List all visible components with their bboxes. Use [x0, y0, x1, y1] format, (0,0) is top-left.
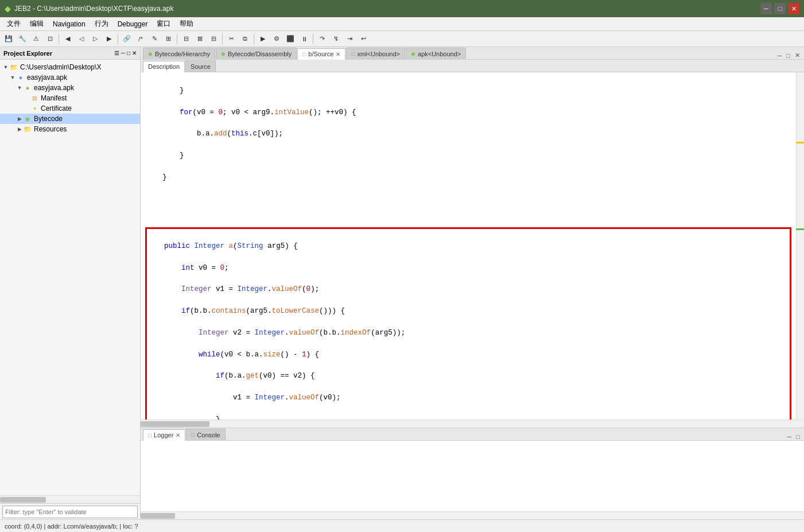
- menu-window[interactable]: 窗口: [152, 18, 175, 30]
- tree-item-bytecode[interactable]: ▶ ◉ Bytecode: [0, 114, 140, 124]
- tabs-left: ◆ Bytecode/Hierarchy ◆ Bytecode/Disassem…: [143, 48, 466, 59]
- tab-source-sub[interactable]: Source: [185, 60, 216, 72]
- title-bar-controls: ─ □ ✕: [760, 3, 799, 14]
- tree-item-apk2[interactable]: ▼ ● easyjava.apk: [0, 83, 140, 93]
- resources-icon: 📁: [23, 125, 32, 134]
- toolbar-btn-stop[interactable]: ⬛: [284, 33, 297, 45]
- code-scroll[interactable]: } for(v0 = 0; v0 < arg9.intValue(); ++v0…: [141, 72, 796, 420]
- close-button[interactable]: ✕: [788, 3, 799, 14]
- toolbar-btn-tool[interactable]: 🔧: [16, 33, 29, 45]
- toolbar-btn-back2[interactable]: ◁: [75, 33, 88, 45]
- tree-item-root[interactable]: ▼ 📁 C:\Users\admin\Desktop\X: [0, 62, 140, 72]
- tab-xml[interactable]: □ xml<Unbound>: [346, 48, 405, 59]
- code-line: Integer v1 = Integer.valueOf(0);: [147, 284, 790, 295]
- toolbar-btn-fwd2[interactable]: ▶: [103, 33, 115, 45]
- menu-file[interactable]: 文件: [2, 18, 25, 30]
- hscroll-thumb[interactable]: [141, 421, 209, 427]
- toolbar-btn-step4[interactable]: ↩: [357, 33, 370, 45]
- code-line: public Integer a(String arg5) {: [147, 241, 790, 252]
- status-text: coord: (0,4,0) | addr: Lcom/a/easyjava/b…: [5, 523, 138, 530]
- code-line: }: [147, 414, 790, 420]
- menu-debugger[interactable]: Debugger: [113, 19, 153, 29]
- tree-item-manifest[interactable]: ⊠ Manifest: [0, 93, 140, 103]
- toolbar-btn-copy[interactable]: ⧉: [239, 33, 251, 45]
- bottom-tab-console[interactable]: □ Console: [186, 429, 225, 440]
- logger-close[interactable]: ✕: [176, 432, 180, 438]
- sidebar-max-btn[interactable]: □: [127, 50, 130, 56]
- code-line: if(b.a.get(v0) == v2) {: [147, 371, 790, 382]
- code-line: }: [145, 86, 791, 96]
- code-line: [145, 194, 791, 205]
- toolbar-btn-comment[interactable]: /*: [134, 33, 147, 45]
- tab-label: b/Source: [308, 51, 333, 57]
- tab-bytecode-disassembly[interactable]: ◆ Bytecode/Disassembly: [216, 48, 297, 59]
- tree-item-cert[interactable]: ✦ Certificate: [0, 103, 140, 114]
- toolbar-btn-split[interactable]: ⊟: [207, 33, 220, 45]
- toolbar-btn-save[interactable]: 💾: [2, 33, 15, 45]
- tree-item-resources[interactable]: ▶ 📁 Resources: [0, 124, 140, 134]
- toolbar-btn-link[interactable]: 🔗: [121, 33, 133, 45]
- tree-item-apk1[interactable]: ▼ ● easyjava.apk: [0, 72, 140, 83]
- sidebar-hscroll-thumb[interactable]: [0, 497, 46, 503]
- main-layout: Project Explorer ☰ ─ □ ✕ ▼ 📁 C:\Users\ad…: [0, 47, 804, 519]
- toolbar-btn-table[interactable]: ⊟: [180, 33, 192, 45]
- tabs-ctrl-close[interactable]: ✕: [793, 52, 802, 59]
- console-label: Console: [197, 432, 220, 438]
- toolbar-btn-cols[interactable]: ⊠: [193, 33, 206, 45]
- tree-label: Bytecode: [34, 115, 63, 123]
- tab-apk[interactable]: ◆ apk<Unbound>: [406, 48, 466, 59]
- bottom-ctrl-min[interactable]: ─: [786, 433, 794, 440]
- tree-label: easyjava.apk: [27, 73, 67, 81]
- bottom-hscroll[interactable]: [141, 511, 804, 519]
- tabs-ctrl-min[interactable]: ─: [776, 52, 784, 59]
- tab-close-source[interactable]: ✕: [336, 51, 340, 57]
- toolbar-btn-warn[interactable]: ⚠: [30, 33, 42, 45]
- marker-green: [796, 228, 804, 230]
- tree-arrow: ▼: [16, 85, 23, 91]
- bottom-tab-logger[interactable]: □ Logger ✕: [143, 429, 185, 441]
- sidebar-close-btn[interactable]: ✕: [132, 50, 137, 56]
- folder-icon: 📁: [9, 63, 18, 72]
- bottom-ctrl-max[interactable]: □: [794, 433, 802, 440]
- tab-label: apk<Unbound>: [418, 51, 461, 57]
- toolbar-btn-cut[interactable]: ✂: [225, 33, 238, 45]
- status-bar: coord: (0,4,0) | addr: Lcom/a/easyjava/b…: [0, 519, 804, 532]
- menu-edit[interactable]: 编辑: [25, 18, 48, 30]
- hscroll-area[interactable]: [141, 420, 804, 428]
- toolbar-btn-pencil[interactable]: ✎: [148, 33, 161, 45]
- console-icon: □: [191, 432, 195, 438]
- toolbar-btn-back[interactable]: ◀: [61, 33, 74, 45]
- toolbar-btn-pause[interactable]: ⏸: [298, 33, 310, 45]
- sidebar-min-btn[interactable]: ─: [121, 50, 125, 56]
- maximize-button[interactable]: □: [774, 3, 786, 14]
- toolbar-btn-debug[interactable]: ⚙: [270, 33, 283, 45]
- toolbar-btn-grid[interactable]: ⊞: [162, 33, 174, 45]
- menu-navigation[interactable]: Navigation: [48, 19, 90, 29]
- menu-behavior[interactable]: 行为: [90, 18, 113, 30]
- tab-label: Bytecode/Disassembly: [228, 51, 292, 57]
- menu-help[interactable]: 帮助: [175, 18, 198, 30]
- sidebar-view-btn[interactable]: ☰: [114, 50, 119, 56]
- tab-description[interactable]: Description: [143, 61, 185, 72]
- manifest-icon: ⊠: [30, 94, 39, 103]
- toolbar-btn-fwd[interactable]: ▷: [89, 33, 102, 45]
- tabs-bar: ◆ Bytecode/Hierarchy ◆ Bytecode/Disassem…: [141, 47, 804, 60]
- filter-input[interactable]: [2, 506, 138, 518]
- toolbar-btn-step1[interactable]: ↷: [316, 33, 328, 45]
- sidebar-hscroll[interactable]: [0, 495, 140, 503]
- toolbar-btn-step3[interactable]: ⇥: [343, 33, 356, 45]
- tree-label: C:\Users\admin\Desktop\X: [20, 63, 101, 71]
- minimize-button[interactable]: ─: [760, 3, 772, 14]
- tabs-ctrl-max[interactable]: □: [784, 52, 792, 59]
- toolbar-btn-run[interactable]: ▶: [257, 33, 269, 45]
- highlight-block: public Integer a(String arg5) { int v0 =…: [145, 227, 791, 420]
- tab-bytecode-hierarchy[interactable]: ◆ Bytecode/Hierarchy: [143, 48, 215, 59]
- toolbar-sep-2: [118, 34, 118, 44]
- toolbar-btn-step2[interactable]: ↯: [329, 33, 342, 45]
- tab-source[interactable]: □ b/Source ✕: [297, 48, 345, 60]
- bottom-hscroll-thumb[interactable]: [141, 513, 175, 519]
- logger-label: Logger: [154, 432, 173, 438]
- toolbar-btn-box[interactable]: ⊡: [44, 33, 56, 45]
- sidebar-filter: [0, 503, 140, 519]
- content-area: ◆ Bytecode/Hierarchy ◆ Bytecode/Disassem…: [141, 47, 804, 519]
